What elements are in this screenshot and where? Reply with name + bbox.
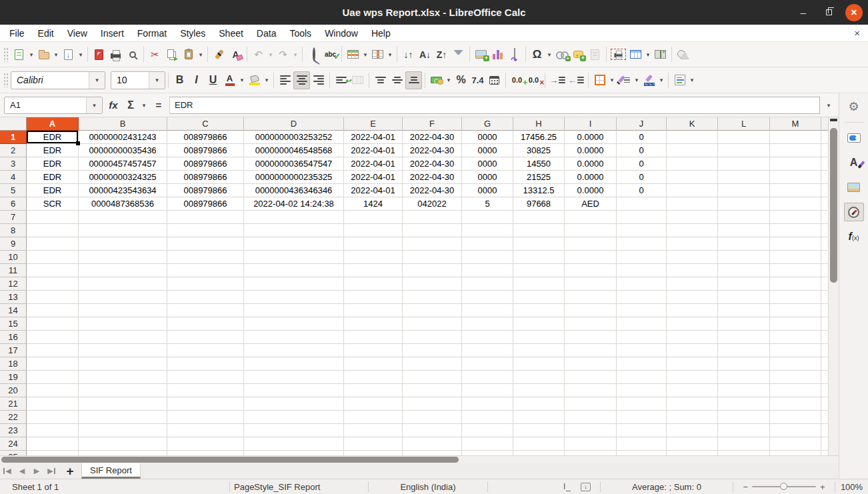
- cell-C2[interactable]: 008979866: [167, 144, 244, 157]
- cell-F5[interactable]: 2022-04-30: [403, 184, 462, 197]
- cell-K6[interactable]: [667, 197, 718, 211]
- align-top-button[interactable]: [372, 71, 389, 89]
- cell-F8[interactable]: [403, 224, 462, 237]
- cell-E17[interactable]: [344, 344, 403, 357]
- cell-I24[interactable]: [565, 437, 617, 451]
- cell-A19[interactable]: [27, 371, 79, 384]
- align-center-button[interactable]: [293, 71, 310, 89]
- cell-F18[interactable]: [403, 357, 462, 371]
- cell-C19[interactable]: [167, 371, 244, 384]
- date-format-button[interactable]: [486, 71, 503, 89]
- cell-D13[interactable]: [244, 291, 344, 304]
- menu-item[interactable]: Tools: [283, 27, 318, 40]
- cell-G13[interactable]: [462, 291, 513, 304]
- print-preview-button[interactable]: [124, 45, 141, 63]
- cell-D23[interactable]: [244, 424, 344, 437]
- align-bottom-button[interactable]: [405, 71, 422, 89]
- paste-button[interactable]: [180, 45, 197, 63]
- cell-J5[interactable]: 0: [617, 184, 667, 197]
- cell-J17[interactable]: [617, 344, 667, 357]
- cell-M21[interactable]: [770, 397, 821, 411]
- cell-E6[interactable]: 1424: [344, 197, 403, 211]
- delete-decimal-button[interactable]: 0.0×: [525, 71, 542, 89]
- cell-G6[interactable]: 5: [462, 197, 513, 211]
- cell-B2[interactable]: 00000000035436: [79, 144, 167, 157]
- cell-B9[interactable]: [79, 237, 167, 251]
- column-header-M[interactable]: M: [770, 117, 821, 131]
- cell-D16[interactable]: [244, 331, 344, 344]
- cell-B3[interactable]: 00000457457457: [79, 157, 167, 171]
- cell-F17[interactable]: [403, 344, 462, 357]
- row-dropdown[interactable]: ▾: [361, 45, 369, 63]
- cell-E22[interactable]: [344, 411, 403, 424]
- cell-G12[interactable]: [462, 277, 513, 291]
- cell-H19[interactable]: [513, 371, 565, 384]
- cell-K8[interactable]: [667, 224, 718, 237]
- cell-H18[interactable]: [513, 357, 565, 371]
- underline-button[interactable]: U: [205, 71, 221, 89]
- cell-L21[interactable]: [718, 397, 770, 411]
- borders-button[interactable]: [591, 71, 608, 89]
- cell-L17[interactable]: [718, 344, 770, 357]
- cell-G17[interactable]: [462, 344, 513, 357]
- horizontal-scrollbar-thumb[interactable]: [1, 457, 459, 463]
- cell-D15[interactable]: [244, 317, 344, 331]
- insert-comment-button[interactable]: [570, 45, 587, 63]
- highlight-color-dropdown[interactable]: ▾: [263, 71, 271, 89]
- row-header-14[interactable]: 14: [0, 304, 27, 317]
- highlight-color-button[interactable]: [246, 71, 263, 89]
- cell-J13[interactable]: [617, 291, 667, 304]
- redo-dropdown[interactable]: ▾: [291, 45, 299, 63]
- row-header-19[interactable]: 19: [0, 371, 27, 384]
- zoom-in-button[interactable]: +: [820, 482, 825, 492]
- cell-A23[interactable]: [27, 424, 79, 437]
- cell-A21[interactable]: [27, 397, 79, 411]
- cell-D20[interactable]: [244, 384, 344, 397]
- redo-button[interactable]: ↷: [275, 45, 291, 63]
- cell-H12[interactable]: [513, 277, 565, 291]
- cell-E15[interactable]: [344, 317, 403, 331]
- formula-button[interactable]: =: [151, 97, 167, 114]
- close-button[interactable]: ×: [845, 4, 863, 21]
- language-status[interactable]: English (India): [369, 479, 487, 494]
- cell-M8[interactable]: [770, 224, 821, 237]
- cell-G18[interactable]: [462, 357, 513, 371]
- cell-J9[interactable]: [617, 237, 667, 251]
- cell-C3[interactable]: 008979866: [167, 157, 244, 171]
- spelling-button[interactable]: abc✓: [322, 45, 339, 63]
- row-header-12[interactable]: 12: [0, 277, 27, 291]
- cell-H5[interactable]: 13312.5: [513, 184, 565, 197]
- cell-F6[interactable]: 042022: [403, 197, 462, 211]
- cell-F7[interactable]: [403, 211, 462, 224]
- cell-K13[interactable]: [667, 291, 718, 304]
- row-header-15[interactable]: 15: [0, 317, 27, 331]
- align-left-button[interactable]: [277, 71, 293, 89]
- cell-F25[interactable]: [403, 451, 462, 455]
- cell-K16[interactable]: [667, 331, 718, 344]
- cell-A24[interactable]: [27, 437, 79, 451]
- row-button[interactable]: [345, 45, 361, 63]
- cell-B23[interactable]: [79, 424, 167, 437]
- selection-stats[interactable]: Average: ; Sum: 0: [601, 479, 733, 494]
- column-button[interactable]: [369, 45, 386, 63]
- cell-G14[interactable]: [462, 304, 513, 317]
- cell-E14[interactable]: [344, 304, 403, 317]
- row-header-3[interactable]: 3: [0, 157, 27, 171]
- zoom-out-button[interactable]: −: [743, 482, 748, 492]
- cell-J24[interactable]: [617, 437, 667, 451]
- sheet-info[interactable]: Sheet 1 of 1: [0, 479, 229, 494]
- autofilter-button[interactable]: [450, 45, 467, 63]
- cell-I8[interactable]: [565, 224, 617, 237]
- cell-B24[interactable]: [79, 437, 167, 451]
- cell-D19[interactable]: [244, 371, 344, 384]
- cell-K3[interactable]: [667, 157, 718, 171]
- cell-J10[interactable]: [617, 251, 667, 264]
- italic-button[interactable]: I: [188, 71, 205, 89]
- menu-item[interactable]: Sheet: [212, 27, 250, 40]
- cell-A17[interactable]: [27, 344, 79, 357]
- pivot-table-button[interactable]: [506, 45, 523, 63]
- toolbar-grip[interactable]: [3, 47, 9, 62]
- cell-L3[interactable]: [718, 157, 770, 171]
- cell-D8[interactable]: [244, 224, 344, 237]
- first-sheet-button[interactable]: ◀: [0, 463, 15, 479]
